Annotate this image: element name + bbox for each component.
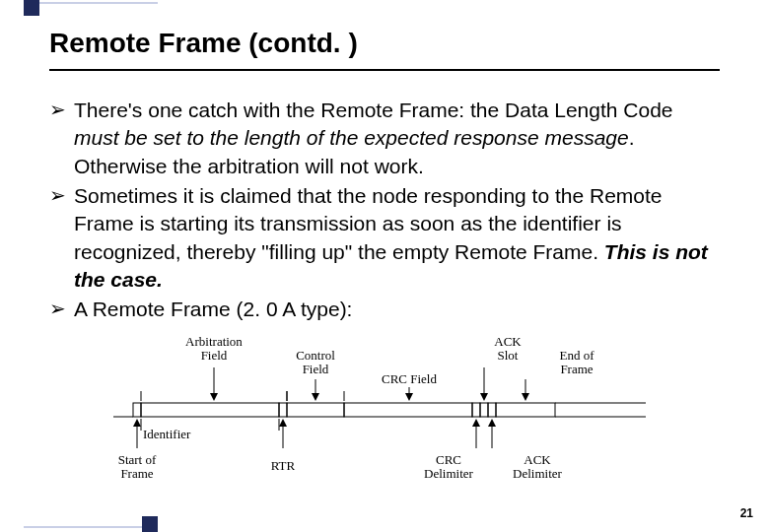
bullet-text: A Remote Frame (2. 0 A type): (74, 296, 720, 323)
diagram-svg: ArbitrationField ControlField CRC Field … (113, 332, 656, 490)
text-run: A Remote Frame (2. 0 A type): (74, 298, 352, 320)
svg-text:ControlField: ControlField (296, 348, 335, 376)
svg-rect-8 (496, 403, 555, 417)
slide-title: Remote Frame (contd. ) (49, 28, 720, 59)
accent-square-bottom (142, 516, 158, 532)
svg-marker-32 (133, 419, 141, 427)
svg-text:Start ofFrame: Start ofFrame (118, 452, 157, 481)
frame-diagram: ArbitrationField ControlField CRC Field … (113, 332, 656, 490)
bullet-text: There's one catch with the Remote Frame:… (74, 97, 720, 180)
bullet-arrow-icon: ➢ (49, 97, 66, 180)
accent-line-bottom (24, 526, 142, 528)
svg-marker-19 (312, 393, 319, 401)
svg-marker-27 (522, 393, 529, 401)
list-item: ➢ Sometimes it is claimed that the node … (49, 182, 720, 294)
svg-marker-15 (210, 393, 218, 401)
list-item: ➢ A Remote Frame (2. 0 A type): (49, 296, 720, 323)
svg-rect-6 (480, 403, 488, 417)
svg-text:End ofFrame: End ofFrame (559, 348, 594, 376)
svg-marker-37 (472, 419, 480, 427)
svg-text:ACKDelimiter: ACKDelimiter (513, 452, 562, 481)
svg-marker-24 (480, 393, 488, 401)
bullet-text: Sometimes it is claimed that the node re… (74, 182, 720, 294)
text-run: There's one catch with the Remote Frame:… (74, 99, 673, 121)
svg-marker-35 (279, 419, 287, 427)
svg-rect-4 (344, 403, 472, 417)
accent-line-top (39, 2, 158, 4)
svg-text:ACKSlot: ACKSlot (494, 334, 522, 363)
label-arbitration: ArbitrationField (185, 334, 243, 363)
svg-rect-5 (472, 403, 480, 417)
svg-rect-0 (133, 403, 141, 417)
text-run: Sometimes it is claimed that the node re… (74, 184, 663, 263)
svg-rect-3 (287, 403, 344, 417)
title-underline (49, 69, 720, 71)
svg-marker-40 (488, 419, 496, 427)
bullet-arrow-icon: ➢ (49, 296, 66, 323)
bullet-list: ➢ There's one catch with the Remote Fram… (49, 97, 720, 324)
svg-marker-22 (405, 393, 413, 401)
label-identifier: Identifier (143, 427, 191, 441)
page-number: 21 (740, 506, 753, 520)
svg-rect-1 (141, 403, 279, 417)
list-item: ➢ There's one catch with the Remote Fram… (49, 97, 720, 180)
label-crc: CRC Field (382, 371, 437, 386)
svg-text:CRCDelimiter: CRCDelimiter (424, 452, 473, 481)
label-rtr: RTR (271, 458, 296, 473)
slide-content: Remote Frame (contd. ) ➢ There's one cat… (0, 0, 769, 490)
svg-rect-7 (488, 403, 496, 417)
text-italic: must be set to the length of the expecte… (74, 126, 629, 149)
svg-rect-2 (279, 403, 287, 417)
accent-square-top (24, 0, 39, 16)
bullet-arrow-icon: ➢ (49, 182, 66, 294)
